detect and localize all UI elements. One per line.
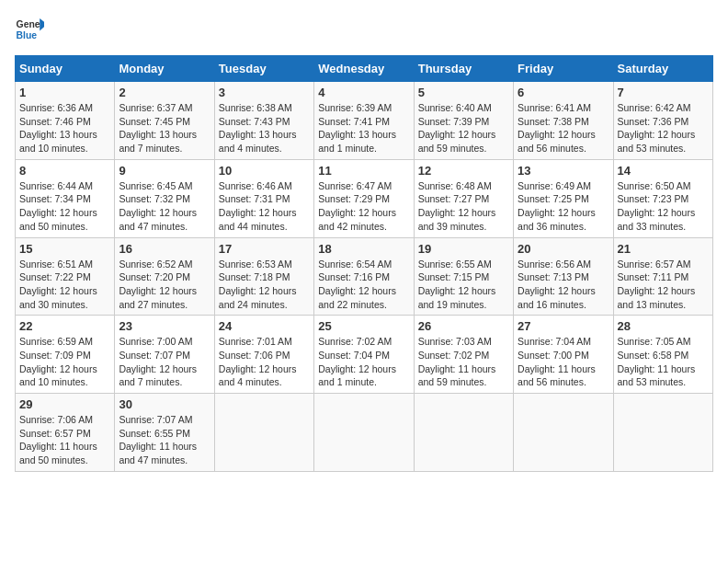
- day-number: 13: [518, 164, 609, 178]
- day-number: 29: [19, 397, 110, 411]
- day-number: 17: [219, 242, 310, 256]
- day-number: 12: [418, 164, 509, 178]
- calendar-cell: 19 Sunrise: 6:55 AMSunset: 7:15 PMDaylig…: [414, 237, 513, 316]
- day-number: 24: [219, 319, 310, 333]
- day-number: 26: [418, 319, 509, 333]
- day-info: Sunrise: 7:06 AMSunset: 6:57 PMDaylight:…: [19, 413, 110, 467]
- calendar-cell: 26 Sunrise: 7:03 AMSunset: 7:02 PMDaylig…: [414, 316, 513, 394]
- calendar-cell: 5 Sunrise: 6:40 AMSunset: 7:39 PMDayligh…: [414, 82, 513, 160]
- weekday-header: Friday: [514, 56, 613, 82]
- calendar-cell: 4 Sunrise: 6:39 AMSunset: 7:41 PMDayligh…: [314, 82, 414, 160]
- day-number: 19: [418, 242, 509, 256]
- day-info: Sunrise: 6:50 AMSunset: 7:23 PMDaylight:…: [618, 179, 709, 234]
- day-info: Sunrise: 6:59 AMSunset: 7:09 PMDaylight:…: [19, 335, 110, 389]
- day-number: 14: [618, 164, 709, 178]
- calendar-cell: 1 Sunrise: 6:36 AMSunset: 7:46 PMDayligh…: [16, 82, 115, 160]
- calendar-cell: 3 Sunrise: 6:38 AMSunset: 7:43 PMDayligh…: [214, 82, 313, 160]
- calendar-cell: 20 Sunrise: 6:56 AMSunset: 7:13 PMDaylig…: [514, 237, 613, 316]
- weekday-header: Monday: [115, 56, 214, 82]
- day-number: 5: [418, 86, 509, 99]
- calendar-cell: 2 Sunrise: 6:37 AMSunset: 7:45 PMDayligh…: [115, 82, 214, 160]
- calendar-cell: 27 Sunrise: 7:04 AMSunset: 7:00 PMDaylig…: [514, 316, 613, 394]
- day-info: Sunrise: 6:44 AMSunset: 7:34 PMDaylight:…: [19, 179, 110, 234]
- calendar-week-row: 8 Sunrise: 6:44 AMSunset: 7:34 PMDayligh…: [16, 159, 713, 237]
- day-info: Sunrise: 6:38 AMSunset: 7:43 PMDaylight:…: [219, 101, 310, 155]
- day-info: Sunrise: 6:45 AMSunset: 7:32 PMDaylight:…: [119, 179, 210, 234]
- weekday-header: Wednesday: [314, 56, 414, 82]
- calendar-cell: [514, 394, 613, 472]
- day-info: Sunrise: 6:55 AMSunset: 7:15 PMDaylight:…: [418, 258, 509, 312]
- day-info: Sunrise: 6:51 AMSunset: 7:22 PMDaylight:…: [19, 258, 110, 312]
- day-info: Sunrise: 6:48 AMSunset: 7:27 PMDaylight:…: [418, 179, 509, 234]
- day-number: 8: [19, 164, 110, 178]
- day-info: Sunrise: 7:04 AMSunset: 7:00 PMDaylight:…: [518, 335, 609, 389]
- day-info: Sunrise: 6:39 AMSunset: 7:41 PMDaylight:…: [318, 101, 409, 155]
- day-number: 1: [19, 86, 110, 99]
- calendar-cell: 8 Sunrise: 6:44 AMSunset: 7:34 PMDayligh…: [16, 159, 115, 237]
- calendar-table: SundayMondayTuesdayWednesdayThursdayFrid…: [15, 55, 713, 472]
- day-number: 9: [119, 164, 210, 178]
- day-info: Sunrise: 6:42 AMSunset: 7:36 PMDaylight:…: [618, 101, 709, 155]
- calendar-cell: 14 Sunrise: 6:50 AMSunset: 7:23 PMDaylig…: [613, 159, 712, 237]
- day-number: 2: [119, 86, 210, 99]
- calendar-week-row: 15 Sunrise: 6:51 AMSunset: 7:22 PMDaylig…: [16, 237, 713, 316]
- day-number: 6: [518, 86, 609, 99]
- weekday-header: Thursday: [414, 56, 513, 82]
- day-number: 10: [219, 164, 310, 178]
- calendar-cell: 7 Sunrise: 6:42 AMSunset: 7:36 PMDayligh…: [613, 82, 712, 160]
- calendar-cell: 12 Sunrise: 6:48 AMSunset: 7:27 PMDaylig…: [414, 159, 513, 237]
- calendar-cell: [414, 394, 513, 472]
- day-info: Sunrise: 6:54 AMSunset: 7:16 PMDaylight:…: [318, 258, 409, 312]
- day-info: Sunrise: 6:46 AMSunset: 7:31 PMDaylight:…: [219, 179, 310, 234]
- day-info: Sunrise: 6:41 AMSunset: 7:38 PMDaylight:…: [518, 101, 609, 155]
- calendar-cell: 9 Sunrise: 6:45 AMSunset: 7:32 PMDayligh…: [115, 159, 214, 237]
- day-number: 28: [618, 319, 709, 333]
- day-number: 16: [119, 242, 210, 256]
- day-number: 27: [518, 319, 609, 333]
- weekday-header: Tuesday: [214, 56, 313, 82]
- calendar-cell: 29 Sunrise: 7:06 AMSunset: 6:57 PMDaylig…: [16, 394, 115, 472]
- day-info: Sunrise: 6:47 AMSunset: 7:29 PMDaylight:…: [318, 179, 409, 234]
- calendar-cell: [214, 394, 313, 472]
- day-info: Sunrise: 6:37 AMSunset: 7:45 PMDaylight:…: [119, 101, 210, 155]
- weekday-header: Sunday: [16, 56, 115, 82]
- calendar-cell: 28 Sunrise: 7:05 AMSunset: 6:58 PMDaylig…: [613, 316, 712, 394]
- day-info: Sunrise: 7:03 AMSunset: 7:02 PMDaylight:…: [418, 335, 509, 389]
- day-info: Sunrise: 7:05 AMSunset: 6:58 PMDaylight:…: [618, 335, 709, 389]
- calendar-cell: 22 Sunrise: 6:59 AMSunset: 7:09 PMDaylig…: [16, 316, 115, 394]
- calendar-cell: 25 Sunrise: 7:02 AMSunset: 7:04 PMDaylig…: [314, 316, 414, 394]
- calendar-week-row: 22 Sunrise: 6:59 AMSunset: 7:09 PMDaylig…: [16, 316, 713, 394]
- weekday-header-row: SundayMondayTuesdayWednesdayThursdayFrid…: [16, 56, 713, 82]
- day-number: 23: [119, 319, 210, 333]
- day-info: Sunrise: 6:53 AMSunset: 7:18 PMDaylight:…: [219, 258, 310, 312]
- day-number: 11: [318, 164, 409, 178]
- day-number: 22: [19, 319, 110, 333]
- calendar-cell: 23 Sunrise: 7:00 AMSunset: 7:07 PMDaylig…: [115, 316, 214, 394]
- day-info: Sunrise: 7:00 AMSunset: 7:07 PMDaylight:…: [119, 335, 210, 389]
- calendar-cell: 11 Sunrise: 6:47 AMSunset: 7:29 PMDaylig…: [314, 159, 414, 237]
- calendar-cell: 18 Sunrise: 6:54 AMSunset: 7:16 PMDaylig…: [314, 237, 414, 316]
- day-number: 21: [618, 242, 709, 256]
- calendar-cell: 30 Sunrise: 7:07 AMSunset: 6:55 PMDaylig…: [115, 394, 214, 472]
- day-number: 4: [318, 86, 409, 99]
- day-info: Sunrise: 7:01 AMSunset: 7:06 PMDaylight:…: [219, 335, 310, 389]
- day-number: 15: [19, 242, 110, 256]
- page-header: General Blue: [15, 15, 713, 44]
- day-number: 3: [219, 86, 310, 99]
- day-info: Sunrise: 7:07 AMSunset: 6:55 PMDaylight:…: [119, 413, 210, 467]
- day-info: Sunrise: 6:52 AMSunset: 7:20 PMDaylight:…: [119, 258, 210, 312]
- day-info: Sunrise: 6:49 AMSunset: 7:25 PMDaylight:…: [518, 179, 609, 234]
- logo-icon: General Blue: [15, 15, 44, 44]
- svg-text:Blue: Blue: [17, 30, 38, 40]
- calendar-cell: 10 Sunrise: 6:46 AMSunset: 7:31 PMDaylig…: [214, 159, 313, 237]
- logo: General Blue: [15, 15, 44, 44]
- calendar-cell: 24 Sunrise: 7:01 AMSunset: 7:06 PMDaylig…: [214, 316, 313, 394]
- weekday-header: Saturday: [613, 56, 712, 82]
- calendar-cell: [613, 394, 712, 472]
- calendar-cell: 15 Sunrise: 6:51 AMSunset: 7:22 PMDaylig…: [16, 237, 115, 316]
- calendar-cell: 17 Sunrise: 6:53 AMSunset: 7:18 PMDaylig…: [214, 237, 313, 316]
- day-info: Sunrise: 6:56 AMSunset: 7:13 PMDaylight:…: [518, 258, 609, 312]
- day-number: 25: [318, 319, 409, 333]
- calendar-cell: [314, 394, 414, 472]
- calendar-cell: 16 Sunrise: 6:52 AMSunset: 7:20 PMDaylig…: [115, 237, 214, 316]
